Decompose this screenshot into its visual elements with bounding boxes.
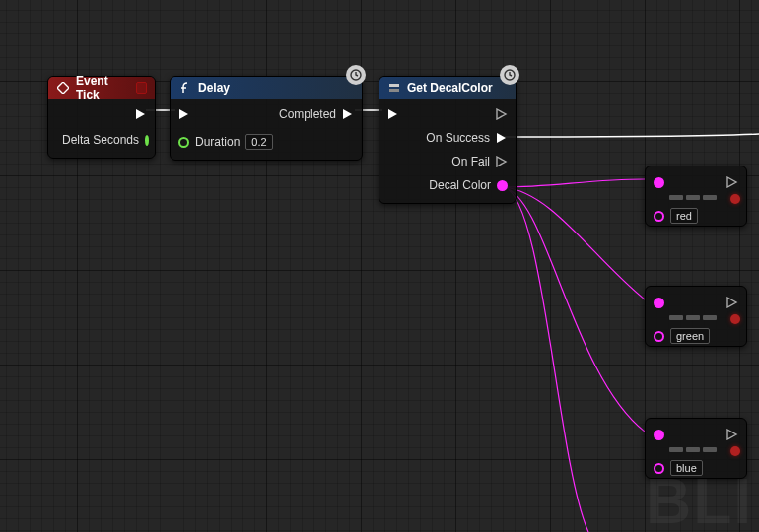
data-in-pin[interactable] bbox=[654, 211, 664, 222]
pin-label: Delta Seconds bbox=[56, 133, 145, 147]
breakpoint-indicator[interactable] bbox=[136, 82, 147, 94]
exec-out-pin[interactable] bbox=[496, 156, 508, 167]
svg-rect-2 bbox=[389, 84, 399, 87]
struct-in-pin[interactable] bbox=[654, 298, 664, 308]
node-title: Delay bbox=[198, 81, 230, 95]
event-icon bbox=[56, 81, 70, 95]
node-title: Event Tick bbox=[76, 74, 130, 101]
status-dot bbox=[730, 194, 740, 204]
latent-clock-icon bbox=[500, 65, 519, 85]
pin-label: Duration bbox=[189, 135, 245, 149]
node-title: Get DecalColor bbox=[407, 81, 493, 95]
exec-out-pin[interactable] bbox=[135, 108, 147, 120]
channel-input[interactable]: green bbox=[670, 328, 710, 344]
status-dot bbox=[730, 446, 740, 456]
pin-label: On Success bbox=[420, 131, 496, 145]
pin-label: On Fail bbox=[446, 155, 496, 168]
exec-out-pin[interactable] bbox=[726, 176, 738, 188]
node-header: Get DecalColor bbox=[380, 77, 516, 99]
svg-rect-3 bbox=[389, 89, 399, 92]
duration-input[interactable]: 0.2 bbox=[245, 134, 272, 150]
status-dot bbox=[730, 314, 740, 324]
struct-bars-icon bbox=[669, 447, 738, 452]
node-header: Event Tick bbox=[48, 77, 155, 99]
function-icon bbox=[387, 81, 401, 95]
struct-in-pin[interactable] bbox=[654, 177, 664, 188]
exec-out-pin[interactable] bbox=[726, 429, 738, 440]
exec-in-pin[interactable] bbox=[178, 108, 190, 120]
node-event-tick[interactable]: Event Tick Delta Seconds bbox=[47, 76, 156, 159]
node-get-decalcolor[interactable]: Get DecalColor On Success On Fail Decal … bbox=[379, 76, 517, 204]
data-in-pin[interactable] bbox=[654, 463, 664, 474]
exec-out-pin[interactable] bbox=[726, 297, 738, 308]
function-icon bbox=[178, 81, 192, 95]
exec-in-pin[interactable] bbox=[387, 108, 399, 120]
channel-input[interactable]: red bbox=[670, 208, 698, 224]
struct-bars-icon bbox=[669, 315, 738, 320]
node-header: Delay bbox=[171, 77, 362, 99]
exec-out-pin[interactable] bbox=[496, 108, 508, 120]
node-break-red[interactable]: red bbox=[645, 166, 747, 227]
node-break-blue[interactable]: blue bbox=[645, 418, 747, 479]
data-in-pin[interactable] bbox=[654, 331, 664, 342]
exec-out-pin[interactable] bbox=[496, 132, 508, 144]
exec-out-pin[interactable] bbox=[342, 108, 354, 120]
float-in-pin[interactable] bbox=[178, 137, 189, 148]
struct-bars-icon bbox=[669, 195, 738, 200]
struct-in-pin[interactable] bbox=[654, 430, 664, 440]
channel-input[interactable]: blue bbox=[670, 460, 703, 476]
float-out-pin[interactable] bbox=[145, 135, 149, 146]
node-break-green[interactable]: green bbox=[645, 286, 747, 347]
node-delay[interactable]: Delay Completed Duration 0.2 bbox=[170, 76, 363, 161]
latent-clock-icon bbox=[346, 65, 366, 85]
pin-label: Completed bbox=[273, 107, 342, 121]
struct-out-pin[interactable] bbox=[497, 180, 508, 191]
pin-label: Decal Color bbox=[423, 178, 497, 192]
